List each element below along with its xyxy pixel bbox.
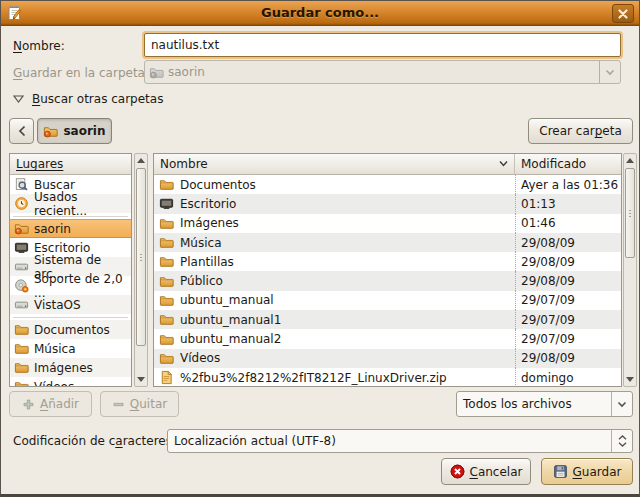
files-scrollbar[interactable] — [623, 153, 637, 387]
file-modified: 29/08/09 — [515, 271, 621, 290]
file-icon — [159, 254, 174, 269]
file-modified: domingo — [515, 368, 621, 387]
scroll-down-icon[interactable] — [624, 373, 636, 386]
path-current-folder-label: saorin — [63, 124, 105, 138]
file-icon — [159, 351, 174, 366]
place-icon — [14, 221, 29, 236]
file-name: %2fbu3%2f8212%2fIT8212F_LinuxDriver.zip — [180, 371, 447, 385]
table-row[interactable]: Documentos Ayer a las 01:36 — [154, 175, 621, 194]
table-row[interactable]: Música 29/08/09 — [154, 233, 621, 252]
file-modified: 29/07/09 — [515, 310, 621, 329]
file-filter-value: Todos los archivos — [457, 397, 611, 411]
file-name: ubuntu_manual1 — [180, 313, 281, 327]
table-row[interactable]: Vídeos 29/08/09 — [154, 349, 621, 368]
places-scroll-track[interactable] — [135, 167, 147, 373]
sidebar-item-usados-recient-[interactable]: Usados recient... — [10, 194, 131, 213]
column-header-modified-label: Modificado — [521, 157, 586, 171]
create-folder-button[interactable]: Crear carpeta — [528, 118, 633, 144]
name-label: Nombre: — [13, 38, 65, 54]
cancel-button[interactable]: Cancelar — [441, 458, 531, 485]
places-list: Buscar Usados recient... saorin Escritor… — [10, 175, 131, 387]
scroll-up-icon[interactable] — [135, 154, 147, 167]
places-pane: Lugares Buscar Usados recient... saorin … — [9, 153, 132, 387]
places-header-label: Lugares — [16, 157, 63, 171]
sidebar-item-saorin[interactable]: saorin — [10, 219, 131, 238]
file-modified: 29/07/09 — [515, 291, 621, 310]
folder-combo[interactable]: saorin — [144, 60, 621, 84]
place-label: Soporte de 2,0 ... — [34, 272, 127, 300]
table-row[interactable]: %2fbu3%2f8212%2fIT8212F_LinuxDriver.zip … — [154, 368, 621, 387]
save-label: Guardar — [573, 465, 622, 479]
table-row[interactable]: Escritorio 01:13 — [154, 194, 621, 213]
file-icon — [159, 177, 174, 192]
file-icon — [159, 274, 174, 289]
sidebar-item-v-deos[interactable]: Vídeos — [10, 377, 131, 387]
file-name: Escritorio — [180, 197, 236, 211]
places-header[interactable]: Lugares — [10, 154, 131, 175]
place-icon — [14, 341, 29, 356]
path-current-folder-toggle[interactable]: saorin — [37, 118, 112, 144]
sidebar-separator — [10, 213, 131, 219]
table-row[interactable]: Imágenes 01:46 — [154, 214, 621, 233]
remove-bookmark-button[interactable]: Quitar — [100, 391, 179, 417]
table-row[interactable]: ubuntu_manual2 29/07/09 — [154, 329, 621, 348]
sidebar-separator — [10, 314, 131, 320]
file-modified: 01:13 — [515, 194, 621, 213]
column-header-modified[interactable]: Modificado — [515, 154, 621, 175]
file-modified: Ayer a las 01:36 — [515, 175, 621, 194]
place-icon — [14, 240, 29, 255]
chevron-down-icon — [599, 61, 620, 83]
file-name: ubuntu_manual — [180, 293, 274, 307]
places-scroll-thumb[interactable] — [136, 168, 146, 346]
place-icon — [14, 360, 29, 375]
spinner-arrows-icon — [611, 430, 632, 452]
table-row[interactable]: Plantillas 29/08/09 — [154, 252, 621, 271]
place-icon — [14, 278, 29, 293]
scroll-down-icon[interactable] — [135, 373, 147, 386]
file-modified: 29/07/09 — [515, 329, 621, 348]
encoding-combo[interactable]: Localización actual (UTF-8) — [167, 429, 633, 453]
file-icon — [159, 293, 174, 308]
file-icon — [159, 370, 174, 385]
save-button[interactable]: Guardar — [541, 458, 633, 485]
add-bookmark-label: Añadir — [40, 397, 79, 411]
scroll-up-icon[interactable] — [624, 154, 636, 167]
path-back-button[interactable] — [9, 118, 34, 144]
filename-input[interactable]: nautilus.txt — [144, 33, 621, 57]
files-pane: Nombre Modificado Documentos Ayer a las … — [153, 153, 622, 387]
table-row[interactable]: ubuntu_manual1 29/07/09 — [154, 310, 621, 329]
files-scroll-thumb[interactable] — [625, 168, 635, 258]
file-filter-combo[interactable]: Todos los archivos — [456, 391, 633, 417]
files-scroll-track[interactable] — [624, 167, 636, 373]
file-modified: 01:46 — [515, 214, 621, 233]
sidebar-item-m-sica[interactable]: Música — [10, 339, 131, 358]
table-row[interactable]: ubuntu_manual 29/07/09 — [154, 291, 621, 310]
sort-descending-icon — [499, 160, 508, 167]
column-header-name[interactable]: Nombre — [154, 154, 515, 175]
encoding-value: Localización actual (UTF-8) — [168, 434, 611, 448]
file-name: Plantillas — [180, 255, 234, 269]
close-button[interactable] — [612, 4, 634, 23]
cancel-icon — [450, 464, 465, 479]
expander-label: Buscar otras carpetas — [32, 92, 163, 106]
place-label: saorin — [34, 222, 71, 236]
file-icon — [159, 312, 174, 327]
file-icon — [159, 235, 174, 250]
window-title: Guardar como... — [1, 5, 639, 20]
file-modified: 29/08/09 — [515, 233, 621, 252]
chevron-left-icon — [18, 125, 26, 137]
sidebar-item-im-genes[interactable]: Imágenes — [10, 358, 131, 377]
place-label: Vídeos — [34, 380, 74, 388]
places-scrollbar[interactable] — [134, 153, 148, 387]
minus-icon — [112, 398, 125, 411]
table-row[interactable]: Público 29/08/09 — [154, 271, 621, 290]
file-icon — [159, 196, 174, 211]
file-modified: 29/08/09 — [515, 252, 621, 271]
file-name: ubuntu_manual2 — [180, 332, 281, 346]
browse-folders-expander[interactable]: Buscar otras carpetas — [13, 92, 163, 106]
add-bookmark-button[interactable]: Añadir — [9, 391, 92, 417]
sidebar-item-documentos[interactable]: Documentos — [10, 320, 131, 339]
titlebar[interactable]: Guardar como... — [1, 1, 639, 26]
remove-bookmark-label: Quitar — [130, 397, 167, 411]
sidebar-item-soporte-de-2-0-[interactable]: Soporte de 2,0 ... — [10, 276, 131, 295]
